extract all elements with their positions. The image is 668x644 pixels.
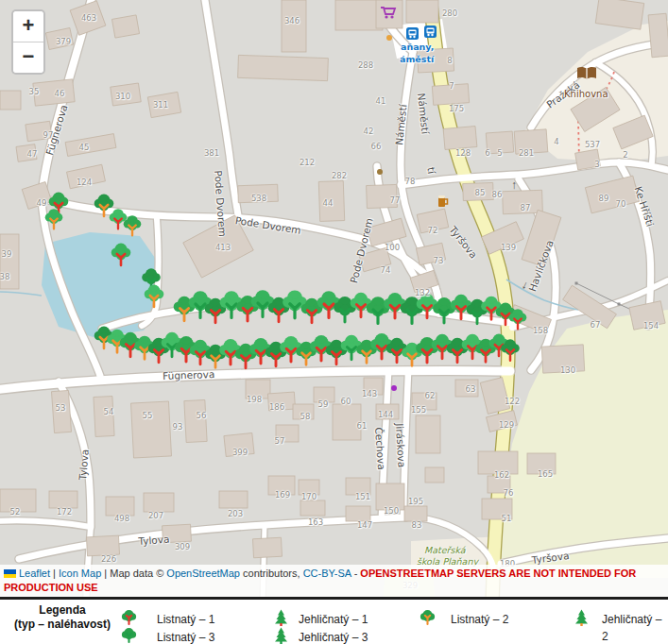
housenumber-label: 63 bbox=[466, 384, 476, 394]
attribution-link[interactable]: CC-BY-SA bbox=[303, 568, 351, 579]
attribution-bar: Leaflet | Icon Map | Map data © OpenStre… bbox=[0, 565, 668, 597]
tree-trunk bbox=[307, 311, 316, 323]
housenumber-label: 162 bbox=[494, 470, 509, 480]
tree-trunk bbox=[482, 350, 490, 363]
tree-trunk bbox=[141, 347, 149, 360]
zoom-out-button[interactable]: − bbox=[13, 42, 43, 73]
housenumber-label: 100 bbox=[385, 243, 400, 252]
housenumber-label: 85 bbox=[475, 188, 486, 197]
legend-label: Listnatý – 1 bbox=[157, 610, 214, 627]
housenumber-label: 169 bbox=[275, 490, 290, 500]
housenumber-label: 379 bbox=[56, 37, 71, 46]
housenumber-label: 42 bbox=[364, 127, 374, 136]
street-label: Fügnerova bbox=[163, 368, 214, 381]
legend-label: Jehličnatý – 1 bbox=[299, 610, 368, 627]
housenumber-label: 151 bbox=[355, 492, 370, 501]
housenumber-label: 45 bbox=[79, 143, 90, 152]
attribution-text-segment: contributors, bbox=[240, 568, 303, 579]
housenumber-label: 78 bbox=[405, 177, 416, 186]
building bbox=[335, 0, 383, 30]
legend-title-line1: Legenda bbox=[0, 603, 125, 618]
building bbox=[219, 491, 248, 508]
attribution-text-segment: | Map data © bbox=[101, 568, 166, 579]
tree-trunk bbox=[126, 345, 134, 357]
housenumber-label: 41 bbox=[376, 96, 386, 106]
housenumber-label: 89 bbox=[599, 194, 609, 203]
tree-trunk bbox=[290, 304, 300, 318]
building bbox=[425, 467, 444, 483]
housenumber-label: 155 bbox=[411, 405, 426, 415]
legend-bar: Legenda (typ – naléhavost) Listnatý – 1J… bbox=[0, 597, 668, 644]
housenumber-label: 143 bbox=[362, 389, 377, 398]
tree-trunk bbox=[356, 305, 365, 317]
attribution-link[interactable]: Icon Map bbox=[59, 568, 101, 579]
housenumber-label: 212 bbox=[300, 158, 315, 167]
building bbox=[86, 535, 119, 556]
book-icon bbox=[576, 66, 597, 86]
housenumber-label: 70 bbox=[616, 199, 626, 209]
tree-trunk bbox=[128, 226, 136, 236]
housenumber-label: 282 bbox=[332, 171, 347, 180]
tree-trunk bbox=[408, 354, 417, 366]
tree-trunk bbox=[196, 352, 204, 364]
housenumber-label: 4 bbox=[554, 137, 558, 146]
housenumber-label: 76 bbox=[504, 488, 514, 498]
attribution-link[interactable]: Leaflet bbox=[19, 568, 50, 579]
map-canvas[interactable]: FügnerovaFügnerovaPode DvoremPode Dvorem… bbox=[0, 0, 668, 600]
building bbox=[585, 176, 639, 213]
housenumber-label: 47 bbox=[27, 149, 38, 159]
legend-label: Jehličnatý – 2 bbox=[602, 610, 668, 627]
housenumber-label: 129 bbox=[499, 420, 514, 430]
tree-trunk bbox=[227, 304, 236, 317]
tree-trunk bbox=[274, 310, 283, 322]
housenumber-label: 2 bbox=[623, 150, 627, 160]
poi-dot-icon bbox=[386, 35, 392, 41]
legend-icon-listnaty-1 bbox=[121, 609, 137, 626]
housenumber-label: 498 bbox=[114, 514, 129, 523]
tree-trunk bbox=[100, 337, 108, 348]
attribution-link[interactable]: OpenStreetMap bbox=[166, 568, 240, 579]
housenumber-label: 163 bbox=[308, 517, 323, 527]
tree-trunk bbox=[243, 308, 252, 321]
housenumber-label: 5 bbox=[497, 148, 502, 158]
tree-trunk bbox=[212, 356, 220, 368]
building bbox=[94, 397, 114, 437]
building bbox=[443, 127, 477, 150]
housenumber-label: 172 bbox=[57, 507, 72, 517]
legend-label: Jehličnatý – 3 bbox=[299, 628, 368, 644]
tree-trunk bbox=[437, 347, 446, 359]
zoom-in-button[interactable]: + bbox=[13, 11, 43, 42]
housenumber-label: 139 bbox=[501, 243, 516, 252]
housenumber-label: 62 bbox=[425, 391, 436, 400]
legend-label: Listnatý – 3 bbox=[157, 628, 214, 644]
housenumber-label: 51 bbox=[502, 514, 512, 523]
housenumber-label: 57 bbox=[275, 436, 285, 446]
building bbox=[595, 0, 643, 29]
building bbox=[282, 0, 306, 52]
housenumber-label: 170 bbox=[301, 492, 317, 501]
housenumber-label: 175 bbox=[449, 104, 464, 113]
housenumber-label: 44 bbox=[323, 198, 334, 208]
attribution-text-segment: | bbox=[50, 568, 59, 579]
housenumber-label: 288 bbox=[358, 60, 373, 70]
housenumber-label: 87 bbox=[521, 203, 531, 212]
tree-trunk bbox=[324, 304, 334, 317]
poi-label: áměstí bbox=[400, 54, 434, 64]
housenumber-label: 413 bbox=[215, 243, 231, 252]
tree-marker bbox=[283, 290, 307, 317]
housenumber-label: 147 bbox=[357, 520, 372, 530]
oneway-arrow-icon: ↑ bbox=[511, 178, 517, 192]
tree-trunk bbox=[114, 219, 122, 229]
housenumber-label: 537 bbox=[585, 140, 600, 149]
housenumber-label: 399 bbox=[232, 448, 248, 457]
building bbox=[300, 500, 325, 516]
housenumber-label: 310 bbox=[115, 92, 130, 101]
building bbox=[184, 399, 207, 442]
beer-icon bbox=[437, 195, 449, 212]
building bbox=[406, 0, 438, 23]
building bbox=[49, 491, 77, 508]
tree-trunk bbox=[453, 350, 461, 363]
cart-icon bbox=[380, 6, 397, 24]
building bbox=[252, 537, 282, 558]
attribution-text: Leaflet | Icon Map | Map data © OpenStre… bbox=[4, 568, 636, 593]
